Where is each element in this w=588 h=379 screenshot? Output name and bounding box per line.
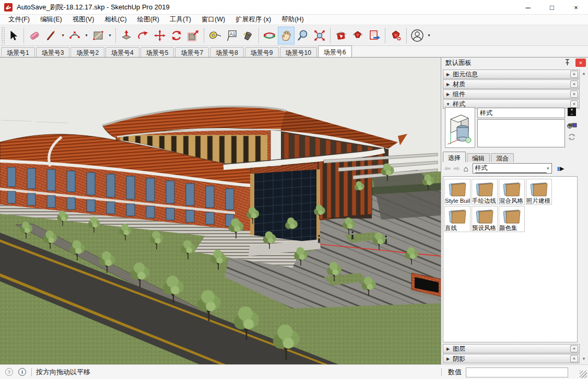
menu-view[interactable]: 视图(V) <box>67 14 100 25</box>
scene-tab-6-active[interactable]: 场景号6 <box>318 45 352 57</box>
close-button[interactable]: × <box>564 0 588 15</box>
geolocation-icon[interactable]: ? <box>5 368 13 376</box>
panel-scrollbar[interactable]: ▲ ▼ <box>580 70 587 362</box>
orbit-tool-button[interactable] <box>261 27 278 44</box>
section-materials[interactable]: ▶ 材质 × <box>443 79 580 89</box>
menu-help[interactable]: 帮助(H) <box>276 14 309 25</box>
scene-tab-7[interactable]: 场景号7 <box>175 47 209 57</box>
scene-tab-2[interactable]: 场景号2 <box>70 47 104 57</box>
section-materials-label: 材质 <box>453 80 465 89</box>
info-icon[interactable]: i <box>18 368 26 376</box>
section-components[interactable]: ▶ 组件 × <box>443 89 580 99</box>
forward-arrow-icon[interactable]: ⇨ <box>454 164 460 173</box>
menu-camera[interactable]: 相机(C) <box>99 14 132 25</box>
scroll-up-icon[interactable]: ▲ <box>580 70 587 77</box>
menu-file[interactable]: 文件(F) <box>3 14 35 25</box>
scene-tab-8[interactable]: 场景号8 <box>210 47 244 57</box>
paint-bucket-tool-button[interactable] <box>240 27 256 44</box>
scroll-down-icon[interactable]: ▼ <box>580 355 587 362</box>
style-name-field[interactable] <box>477 108 565 118</box>
rectangle-tool-dropdown[interactable]: ▾ <box>107 27 113 44</box>
maximize-button[interactable]: □ <box>540 0 564 15</box>
scale-tool-button[interactable] <box>185 27 202 44</box>
pin-icon[interactable] <box>565 59 570 66</box>
section-shadows[interactable]: ▶ 阴影 × <box>443 354 580 363</box>
section-close-icon[interactable]: × <box>570 81 578 88</box>
details-arrow-button[interactable]: ▮ ▶ <box>555 163 567 174</box>
section-close-icon[interactable]: × <box>570 71 578 78</box>
tape-measure-icon <box>208 29 221 42</box>
folder-color-sets[interactable]: 颜色集 <box>499 206 525 232</box>
section-close-icon[interactable]: × <box>570 100 578 108</box>
menu-extensions[interactable]: 扩展程序 (x) <box>230 14 276 25</box>
resize-grip[interactable] <box>580 371 587 378</box>
create-style-button[interactable]: ▼+ <box>568 108 576 116</box>
styles-tab-select[interactable]: 选择 <box>443 152 466 162</box>
menu-tools[interactable]: 工具(T) <box>164 14 196 25</box>
menu-draw[interactable]: 绘图(R) <box>132 14 164 25</box>
arc-tool-button[interactable] <box>66 27 83 44</box>
arc-tool-dropdown[interactable]: ▾ <box>83 27 90 44</box>
scene-tab-9[interactable]: 场景号9 <box>245 47 279 57</box>
model-scene <box>0 58 441 364</box>
folder-sketchy-edges[interactable]: 手绘边线 <box>472 179 498 205</box>
scene-tab-5[interactable]: 场景号5 <box>140 47 174 57</box>
send-to-layout-icon <box>368 29 381 42</box>
styles-tab-mix[interactable]: 混合 <box>491 153 514 162</box>
account-button[interactable] <box>409 27 426 44</box>
measurements-input[interactable] <box>466 367 568 377</box>
move-tool-button[interactable] <box>151 27 168 44</box>
viewport-3d[interactable] <box>0 58 441 364</box>
account-dropdown[interactable]: ▾ <box>426 27 432 44</box>
section-entity-info[interactable]: ▶ 图元信息 × <box>443 70 580 79</box>
refresh-style-icon[interactable] <box>568 133 576 141</box>
scene-tab-3[interactable]: 场景号3 <box>36 47 70 57</box>
menu-window[interactable]: 窗口(W) <box>196 14 230 25</box>
folder-default-styles[interactable]: 预设风格 <box>472 206 498 232</box>
extension-warehouse-button[interactable] <box>349 27 366 44</box>
menu-edit[interactable]: 编辑(E) <box>35 14 67 25</box>
update-style-button[interactable] <box>567 120 577 130</box>
scene-tab-4[interactable]: 场景号4 <box>105 47 139 57</box>
scene-tab-10[interactable]: 场景号10 <box>280 47 317 57</box>
section-close-icon[interactable]: × <box>570 355 578 362</box>
tape-measure-tool-button[interactable] <box>206 27 223 44</box>
extension-manager-button[interactable] <box>387 27 404 44</box>
style-description-field[interactable] <box>477 119 565 147</box>
folder-mixed-styles[interactable]: 混合风格 <box>499 179 525 205</box>
push-pull-tool-button[interactable] <box>118 27 135 44</box>
section-close-icon[interactable]: × <box>570 90 578 98</box>
text-tool-button[interactable]: A1 <box>223 27 240 44</box>
rotate-tool-button[interactable] <box>168 27 185 44</box>
back-arrow-icon[interactable]: ⇦ <box>444 164 451 173</box>
line-tool-button[interactable] <box>43 27 60 44</box>
toolbar-drag-handle[interactable] <box>1 27 5 44</box>
zoom-tool-button[interactable] <box>295 27 311 44</box>
tray-header[interactable]: 默认面板 × <box>441 58 588 68</box>
home-icon[interactable]: ⌂ <box>463 164 468 173</box>
tray-close-button[interactable]: × <box>575 59 586 67</box>
section-layers[interactable]: ▶ 图层 × <box>443 344 580 353</box>
rectangle-tool-button[interactable] <box>90 27 107 44</box>
minimize-button[interactable]: ─ <box>516 0 540 15</box>
folder-straight-lines[interactable]: 直线 <box>444 206 471 232</box>
styles-collection-dropdown[interactable]: 样式 ▾ <box>473 163 552 174</box>
pan-tool-button[interactable] <box>278 27 295 44</box>
folder-photo-modeling[interactable]: 照片建模 <box>526 179 552 205</box>
folder-label: Style Builder <box>445 198 470 204</box>
3d-warehouse-button[interactable] <box>333 27 349 44</box>
follow-me-tool-button[interactable] <box>135 27 151 44</box>
send-to-layout-button[interactable] <box>366 27 383 44</box>
select-tool-button[interactable] <box>5 27 21 44</box>
line-tool-dropdown[interactable]: ▾ <box>60 27 66 44</box>
collapsed-arrow-icon: ▶ <box>443 82 453 87</box>
zoom-extents-tool-button[interactable] <box>311 27 328 44</box>
folder-label: 照片建模 <box>526 198 551 204</box>
eraser-tool-button[interactable] <box>26 27 43 44</box>
folder-icon <box>501 208 522 225</box>
scene-tab-1[interactable]: 场景号1 <box>1 47 35 57</box>
folder-style-builder[interactable]: Style Builder <box>444 179 471 205</box>
styles-tab-edit[interactable]: 编辑 <box>467 153 490 162</box>
collapsed-arrow-icon: ▶ <box>443 72 453 77</box>
section-close-icon[interactable]: × <box>570 345 578 352</box>
